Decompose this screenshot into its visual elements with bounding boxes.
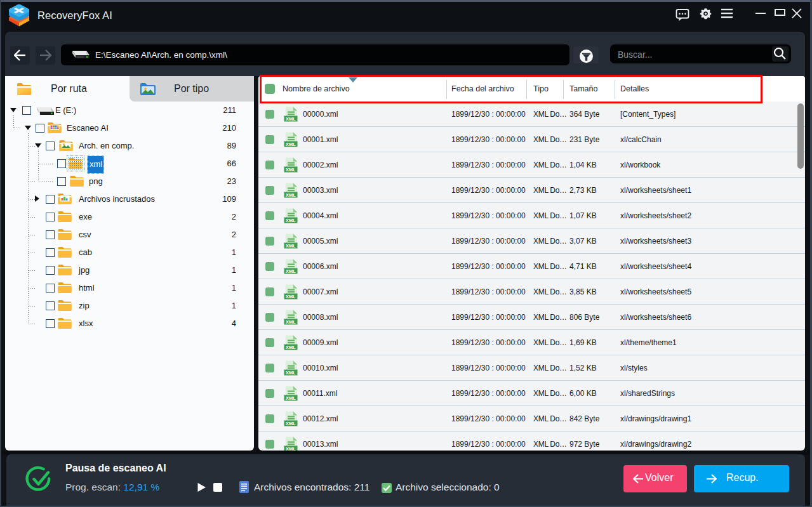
svg-text:XML: XML [286, 294, 296, 300]
svg-text:XML: XML [286, 116, 296, 122]
svg-text:XML: XML [286, 395, 296, 401]
svg-text:XML: XML [286, 345, 296, 350]
svg-text:XML: XML [286, 319, 296, 325]
svg-text:XML: XML [286, 421, 296, 426]
svg-text:XML: XML [286, 142, 296, 147]
svg-text:XML: XML [286, 192, 296, 198]
svg-text:XML: XML [286, 167, 296, 173]
svg-text:XML: XML [286, 446, 296, 451]
svg-text:XML: XML [286, 370, 296, 376]
svg-text:XML: XML [286, 218, 296, 223]
svg-text:XML: XML [286, 243, 296, 249]
svg-text:XML: XML [286, 268, 296, 274]
